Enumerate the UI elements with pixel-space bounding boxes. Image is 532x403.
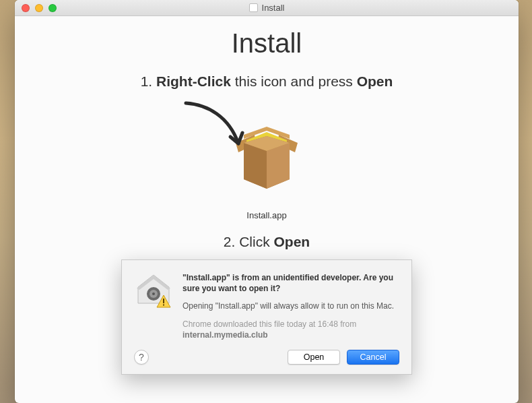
disk-icon <box>249 3 258 12</box>
step-1-instruction: 1. Right-Click this icon and press Open <box>141 73 393 90</box>
dialog-meta-prefix: Chrome downloaded this file today at 16:… <box>182 319 356 329</box>
content-area: Install 1. Right-Click this icon and pre… <box>15 16 519 403</box>
window-title: Install <box>15 3 519 13</box>
arrow-icon <box>182 98 256 165</box>
svg-point-12 <box>152 292 155 295</box>
cancel-button[interactable]: Cancel <box>347 350 399 365</box>
step1-rightclick: Right-Click <box>156 73 231 89</box>
app-name-label: Install.app <box>246 210 286 220</box>
help-icon: ? <box>139 352 144 363</box>
titlebar: Install <box>15 0 519 16</box>
step2-prefix: 2. Click <box>224 234 274 249</box>
help-button[interactable]: ? <box>134 350 149 365</box>
window-title-text: Install <box>262 3 285 13</box>
step1-mid: this icon and press <box>231 73 357 89</box>
open-button[interactable]: Open <box>288 350 340 365</box>
step1-open: Open <box>357 73 393 89</box>
dialog-message: "Install.app" is from an unidentified de… <box>182 272 399 294</box>
page-title: Install <box>232 28 302 59</box>
installer-window: Install Install 1. Right-Click this icon… <box>15 0 519 403</box>
step-2-instruction: 2. Click Open <box>224 234 310 250</box>
gatekeeper-dialog: "Install.app" is from an unidentified de… <box>121 259 412 375</box>
dialog-meta-domain: internal.mymedia.club <box>182 330 268 340</box>
dialog-text: "Install.app" is from an unidentified de… <box>182 272 399 340</box>
svg-rect-15 <box>163 305 164 306</box>
dialog-footer: ? Open Cancel <box>134 350 399 365</box>
gatekeeper-icon <box>134 272 173 340</box>
svg-rect-14 <box>163 299 164 303</box>
dialog-meta: Chrome downloaded this file today at 16:… <box>182 319 399 340</box>
step2-open: Open <box>274 234 310 249</box>
dialog-subtext: Opening "Install.app" will always allow … <box>182 301 399 311</box>
step1-prefix: 1. <box>141 73 156 89</box>
icon-area <box>145 96 388 208</box>
